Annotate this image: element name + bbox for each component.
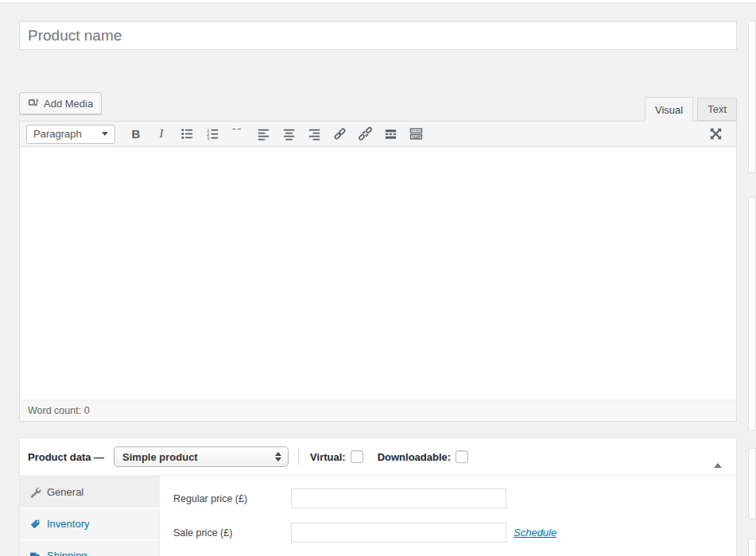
right-sidebar-edge-box [748,448,756,519]
virtual-checkbox[interactable] [351,450,363,463]
downloadable-checkbox[interactable] [456,450,468,463]
read-more-button[interactable] [379,125,401,144]
product-data-panel: Product data — Simple product Virtual: D… [19,438,737,556]
sale-price-input[interactable] [291,523,506,542]
tab-shipping-label: Shipping [47,550,87,556]
fullscreen-icon [708,126,723,141]
align-left-button[interactable] [252,125,274,144]
editor-content-area[interactable] [20,147,736,400]
collapse-arrow-icon [714,451,722,468]
tab-visual[interactable]: Visual [645,97,693,122]
italic-button[interactable]: I [150,125,173,144]
regular-price-row: Regular price (£) [173,488,736,508]
tag-icon [29,518,41,530]
product-data-title: Product data — [28,451,104,463]
fullscreen-button[interactable] [704,125,727,144]
paragraph-format-label: Paragraph [33,128,82,140]
italic-icon: I [160,127,164,141]
link-button[interactable] [328,125,351,144]
bulleted-list-icon [180,126,195,141]
virtual-label: Virtual: [310,451,346,463]
bulleted-list-button[interactable] [176,125,198,144]
blockquote-button[interactable]: “ [227,125,249,144]
panel-collapse-toggle[interactable] [711,448,725,466]
editor-mode-tabs: Visual Text [19,97,737,121]
align-left-icon [256,126,271,141]
product-type-select[interactable]: Simple product [114,446,289,467]
bold-button[interactable]: B [125,125,147,144]
word-count: Word count: 0 [28,405,90,416]
chevron-down-icon [102,132,108,136]
align-right-icon [307,126,322,141]
tab-text[interactable]: Text [697,98,737,121]
sale-price-row: Sale price (£) Schedule [173,523,736,542]
keyboard-icon [409,126,424,141]
read-more-icon [383,126,398,141]
numbered-list-icon: 123 [205,126,220,141]
tab-shipping[interactable]: Shipping [20,539,159,556]
content-editor: Paragraph B I 123 [19,121,737,422]
tab-general[interactable]: General [20,476,159,508]
product-data-header: Product data — Simple product Virtual: D… [20,438,736,476]
right-sidebar-edge-box [748,21,756,173]
truck-icon [29,550,41,556]
tab-general-label: General [47,486,83,498]
unlink-button[interactable] [354,125,376,144]
product-data-body: General Inventory Shipping [20,476,736,556]
wrench-icon [29,486,41,498]
regular-price-label: Regular price (£) [173,493,291,504]
select-arrows-icon [275,452,281,461]
toolbar-toggle-button[interactable] [405,125,427,144]
align-right-button[interactable] [303,125,325,144]
right-sidebar-edge-box [748,539,756,556]
top-edge-strip [0,0,756,3]
unlink-icon [358,126,373,141]
editor-statusbar: Word count: 0 [20,400,736,421]
editor-toolbar: Paragraph B I 123 [20,122,736,147]
blockquote-icon: “ [231,129,244,140]
downloadable-label: Downloadable: [378,451,451,463]
bold-icon: B [132,127,141,141]
align-center-icon [281,126,297,141]
product-type-value: Simple product [122,451,198,463]
numbered-list-button[interactable]: 123 [201,125,223,144]
svg-text:3: 3 [207,136,209,141]
header-divider [298,447,299,466]
general-tab-content: Regular price (£) Sale price (£) Schedul… [160,476,736,556]
align-center-button[interactable] [277,125,300,144]
sale-price-label: Sale price (£) [173,527,291,539]
tab-inventory-label: Inventory [47,518,89,530]
link-icon [332,126,347,141]
right-sidebar-edge-box [748,197,756,431]
tab-inventory[interactable]: Inventory [20,508,159,539]
paragraph-format-select[interactable]: Paragraph [26,125,115,144]
product-data-tabs: General Inventory Shipping [20,476,160,556]
schedule-link[interactable]: Schedule [514,527,556,539]
product-name-input[interactable] [19,21,737,50]
regular-price-input[interactable] [291,488,506,508]
